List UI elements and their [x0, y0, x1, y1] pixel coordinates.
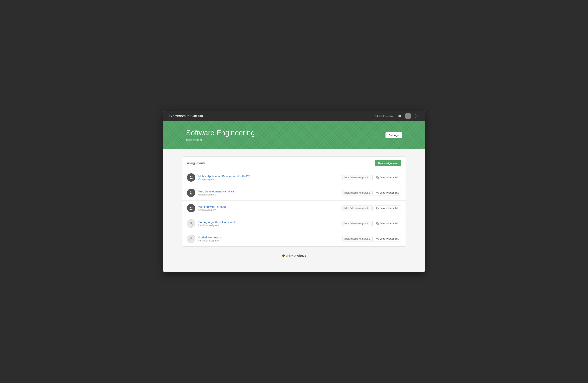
assignment-list: Mobile Application Development with iOS …	[182, 170, 406, 246]
assignment-icon-individual	[187, 219, 195, 228]
brand-text-plain: Classroom for	[169, 114, 191, 118]
svg-point-1	[190, 176, 191, 177]
assignment-type-label: Individual assigment	[198, 224, 339, 227]
assignment-name-link[interactable]: Sorting Algorithms Homework	[198, 220, 339, 224]
assignment-info: Sorting Algorithms Homework Individual a…	[198, 220, 339, 227]
settings-nav-icon[interactable]	[398, 114, 402, 118]
copy-invitation-link-button[interactable]: Copy invitation link	[374, 190, 401, 195]
assignment-actions: Copy invitation link	[342, 236, 401, 241]
assignment-type-label: Group assigment	[198, 178, 339, 181]
assignment-name-link[interactable]: Mobile Application Development with iOS	[198, 174, 339, 178]
assignment-row: Web Development with Rails Group assigme…	[182, 185, 406, 201]
assignment-name-link[interactable]: Working with Threads	[198, 205, 339, 208]
copy-invitation-link-button[interactable]: Copy invitation link	[374, 175, 401, 180]
assignment-icon-individual	[187, 235, 195, 243]
copy-invitation-link-button[interactable]: Copy invitation link	[374, 236, 401, 241]
assignment-actions: Copy invitation link	[342, 221, 401, 226]
classroom-title: Software Engineering	[186, 129, 385, 137]
assignment-actions: Copy invitation link	[342, 175, 401, 180]
assignment-icon-group	[187, 204, 195, 212]
assignment-row: Working with Threads Group assigment Cop…	[182, 201, 406, 216]
invitation-link-input[interactable]	[342, 236, 373, 241]
assignments-header: Assignments New assignment	[182, 157, 406, 170]
svg-rect-9	[377, 208, 378, 209]
assignment-type-label: Group assigment	[198, 193, 339, 196]
classroom-handle: @classroom	[186, 138, 385, 141]
navbar-right: GitHub Education	[375, 113, 419, 119]
svg-point-4	[190, 192, 191, 193]
assignment-name-link[interactable]: C Shell Homework	[198, 236, 339, 239]
assignment-row: C Shell Homework Individual assigment Co…	[182, 231, 406, 246]
assignment-info: Web Development with Rails Group assigme…	[198, 190, 339, 196]
footer-text: with ♥ by	[286, 254, 297, 257]
assignment-row: Sorting Algorithms Homework Individual a…	[182, 216, 406, 231]
svg-point-7	[190, 207, 191, 208]
assignments-section-title: Assignments	[187, 161, 205, 165]
footer-brand: GitHub	[297, 254, 306, 257]
svg-point-5	[191, 192, 192, 192]
copy-invitation-link-button[interactable]: Copy invitation link	[374, 221, 401, 226]
assignment-info: C Shell Homework Individual assigment	[198, 236, 339, 242]
svg-rect-3	[377, 177, 378, 178]
assignment-info: Working with Threads Group assigment	[198, 205, 339, 211]
invitation-link-input[interactable]	[342, 206, 373, 211]
svg-point-2	[191, 176, 192, 177]
assignment-name-link[interactable]: Web Development with Rails	[198, 190, 339, 193]
invitation-link-input[interactable]	[342, 175, 373, 180]
hero-section: Software Engineering @classroom Settings	[163, 121, 425, 149]
assignment-row: Mobile Application Development with iOS …	[182, 170, 406, 185]
hero-content: Software Engineering @classroom	[186, 129, 385, 141]
svg-rect-11	[377, 223, 378, 224]
brand-text-bold: GitHub	[191, 114, 203, 118]
github-education-link[interactable]: GitHub Education	[375, 115, 394, 117]
navbar-brand: Classroom for GitHub	[169, 114, 203, 118]
assignments-card: Assignments New assignment Mobile Applic…	[182, 156, 406, 247]
app-window: Classroom for GitHub GitHub Education	[163, 111, 425, 272]
main-content: Assignments New assignment Mobile Applic…	[163, 149, 425, 272]
invitation-link-input[interactable]	[342, 221, 373, 226]
svg-rect-6	[377, 192, 378, 194]
assignment-actions: Copy invitation link	[342, 206, 401, 211]
settings-button[interactable]: Settings	[385, 132, 402, 138]
navbar: Classroom for GitHub GitHub Education	[163, 111, 425, 121]
copy-invitation-link-button[interactable]: Copy invitation link	[374, 206, 401, 211]
svg-rect-13	[377, 238, 378, 240]
assignment-type-label: Group assigment	[198, 209, 339, 211]
assignment-icon-group	[187, 173, 195, 182]
new-assignment-button[interactable]: New assignment	[375, 160, 401, 166]
invitation-link-input[interactable]	[342, 190, 373, 195]
footer: 🎓 with ♥ by GitHub	[182, 247, 406, 261]
assignment-info: Mobile Application Development with iOS …	[198, 174, 339, 181]
assignment-type-label: Individual assigment	[198, 239, 339, 242]
svg-point-8	[191, 207, 192, 208]
logout-icon[interactable]	[414, 114, 419, 118]
user-avatar[interactable]	[405, 113, 411, 119]
assignment-icon-group	[187, 189, 195, 197]
assignment-actions: Copy invitation link	[342, 190, 401, 195]
svg-point-12	[190, 237, 192, 239]
footer-cap-icon: 🎓	[282, 254, 285, 257]
svg-point-10	[190, 222, 192, 224]
